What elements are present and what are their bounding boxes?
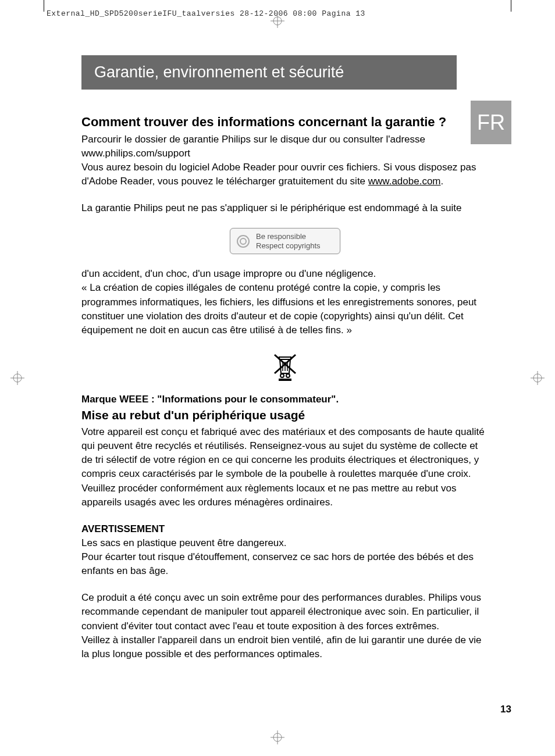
- weee-p2: Veuillez procéder conformément aux règle…: [81, 482, 489, 509]
- warranty-p2-text-b: .: [441, 176, 444, 187]
- warranty-p1: Parcourir le dossier de garantie Philips…: [81, 133, 489, 161]
- svg-point-12: [237, 236, 249, 247]
- print-header-info: External_HD_SPD5200serieIFU_taalversies …: [47, 9, 365, 18]
- copyright-notice: « La création de copies illégales de con…: [81, 281, 489, 337]
- crop-mark-left: [44, 0, 44, 12]
- copyright-text: Be responsible Respect copyrights: [256, 232, 321, 250]
- adobe-link[interactable]: www.adobe.com: [368, 176, 441, 187]
- damage-p1: d'un accident, d'un choc, d'un usage imp…: [81, 267, 489, 281]
- weee-bin-icon: [271, 351, 299, 386]
- body-content: Comment trouver des informations concern…: [81, 114, 489, 661]
- disposal-heading: Mise au rebut d'un périphérique usagé: [81, 406, 489, 424]
- copyright-line2: Respect copyrights: [256, 241, 321, 250]
- registration-mark-top-icon: [271, 14, 284, 28]
- registration-mark-left-icon: [10, 371, 24, 385]
- page-number: 13: [500, 704, 511, 715]
- copyright-badge: Be responsible Respect copyrights: [230, 228, 340, 254]
- crop-mark-right: [511, 0, 511, 12]
- warranty-p3: La garantie Philips peut ne pas s'appliq…: [81, 201, 489, 215]
- warning-p1: Les sacs en plastique peuvent être dange…: [81, 536, 489, 550]
- svg-point-13: [240, 238, 246, 244]
- svg-rect-16: [279, 357, 291, 359]
- registration-mark-right-icon: [531, 371, 545, 385]
- section-title-bar: Garantie, environnement et sécurité: [81, 55, 457, 90]
- language-tab: FR: [471, 101, 511, 144]
- weee-label: Marque WEEE : "Informations pour le cons…: [81, 393, 489, 406]
- svg-point-21: [286, 374, 290, 377]
- warranty-p2: Vous aurez besoin du logiciel Adobe Read…: [81, 161, 489, 188]
- weee-p1: Votre appareil est conçu et fabriqué ave…: [81, 425, 489, 482]
- page-content: Garantie, environnement et sécurité FR C…: [81, 55, 511, 715]
- warranty-heading: Comment trouver des informations concern…: [81, 114, 489, 130]
- svg-rect-22: [279, 379, 291, 381]
- warning-p3: Ce produit a été conçu avec un soin extr…: [81, 591, 489, 633]
- copyright-line1: Be responsible: [256, 232, 306, 241]
- warning-p2: Pour écarter tout risque d'étouffement, …: [81, 550, 489, 578]
- registration-mark-bottom-icon: [271, 730, 284, 744]
- svg-point-20: [280, 374, 284, 377]
- warning-heading: AVERTISSEMENT: [81, 522, 489, 536]
- warning-p4: Veillez à installer l'appareil dans un e…: [81, 633, 489, 661]
- copyright-circle-icon: [236, 234, 250, 248]
